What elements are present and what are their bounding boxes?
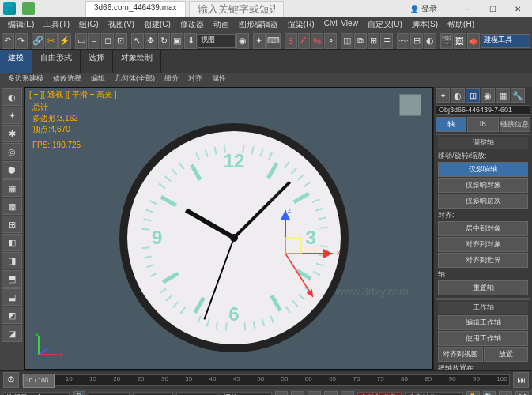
use-center-button[interactable]: ◉ — [236, 33, 249, 49]
manipulate-button[interactable]: ✦ — [253, 33, 266, 49]
menu-group[interactable]: 组(G) — [74, 17, 103, 32]
lt-04[interactable]: ◎ — [2, 143, 22, 160]
btn-use-work[interactable]: 使用工作轴 — [438, 331, 528, 346]
maximize-button[interactable]: ☐ — [481, 2, 504, 16]
y-field[interactable]: Y: — [133, 392, 173, 396]
btn-edit-work[interactable]: 编辑工作轴 — [438, 315, 528, 330]
menu-animation[interactable]: 动画 — [209, 17, 234, 32]
menu-edit[interactable]: 编辑(E) — [3, 17, 39, 32]
lt-03[interactable]: ✱ — [2, 125, 22, 142]
menu-create[interactable]: 创建(C) — [139, 17, 175, 32]
percent-snap-button[interactable]: % — [311, 33, 323, 49]
render-preset-combo[interactable]: 建模工具 — [481, 34, 530, 48]
ribbon-tab-paint[interactable]: 对象绘制 — [113, 50, 161, 73]
rotate-button[interactable]: ↻ — [158, 33, 171, 49]
ref-coord-combo[interactable]: 视图 — [198, 34, 236, 48]
keyboard-button[interactable]: ⌨ — [266, 33, 281, 49]
ribbon-sub-geom[interactable]: 几何体(全部) — [110, 73, 160, 87]
select-object-button[interactable]: ↖ — [131, 33, 144, 49]
motion-tab-icon[interactable]: ◉ — [481, 88, 495, 103]
bind-button[interactable]: ⚡ — [58, 33, 71, 49]
clock-model[interactable]: 12 3 6 9 — [119, 123, 349, 352]
create-tab-icon[interactable]: ✦ — [436, 88, 450, 103]
btn-center[interactable]: 居中到对象 — [438, 221, 528, 236]
hierarchy-tab-icon[interactable]: ⊞ — [466, 88, 480, 103]
menu-rendering[interactable]: 渲染(R) — [283, 17, 319, 32]
btn-affect-pivot[interactable]: 仅影响轴 — [438, 162, 528, 177]
lt-10[interactable]: ◨ — [2, 252, 22, 269]
modify-tab-icon[interactable]: ◐ — [451, 88, 465, 103]
render-frame-button[interactable]: 🖼 — [454, 33, 466, 49]
lt-09[interactable]: ◧ — [2, 234, 22, 251]
ribbon-sub-modsel[interactable]: 修改选择 — [48, 73, 86, 87]
search-input[interactable] — [189, 1, 284, 17]
layers-button[interactable]: ≣ — [380, 33, 393, 49]
menu-tools[interactable]: 工具(T) — [39, 17, 74, 32]
timeline-config-button[interactable]: ⚙ — [3, 372, 19, 388]
redo-button[interactable]: ↷ — [15, 33, 28, 49]
btn-affect-hier[interactable]: 仅影响层次 — [438, 194, 528, 209]
viewport-label[interactable]: [ + ][ 透视 ][ 平滑 + 高光 ] — [29, 89, 117, 100]
nav-orbit-button[interactable]: ⟲ — [499, 391, 512, 396]
ribbon-sub-align[interactable]: 对齐 — [183, 73, 207, 87]
timeline-end-button[interactable]: ⏭ — [513, 372, 529, 388]
link-button[interactable]: 🔗 — [32, 33, 44, 49]
tab-axis[interactable]: 轴 — [436, 117, 466, 132]
btn-align-view[interactable]: 对齐到视图 — [438, 347, 483, 362]
key-filter-combo[interactable]: 选定对象 — [405, 392, 463, 396]
lt-02[interactable]: ✦ — [2, 107, 22, 124]
lt-14[interactable]: ◪ — [2, 325, 22, 342]
btn-affect-obj[interactable]: 仅影响对象 — [438, 178, 528, 193]
schematic-button[interactable]: ⊟ — [410, 33, 423, 49]
viewport[interactable]: [ + ][ 透视 ][ 平滑 + 高光 ] 总计 多边形:3,162 顶点:4… — [24, 87, 433, 370]
viewcube[interactable] — [399, 94, 421, 116]
snap-button[interactable]: 3 — [285, 33, 297, 49]
ribbon-sub-edit[interactable]: 编辑 — [86, 73, 110, 87]
lt-11[interactable]: ⬒ — [2, 270, 22, 288]
display-tab-icon[interactable]: ▦ — [496, 88, 510, 103]
window-crossing-button[interactable]: ⊡ — [115, 33, 127, 49]
unlink-button[interactable]: ✂ — [45, 33, 58, 49]
z-field[interactable]: Z: — [176, 392, 217, 396]
lt-01[interactable]: ◐ — [2, 88, 22, 106]
menu-civil[interactable]: Civil View — [319, 17, 363, 32]
btn-reset[interactable]: 重置轴 — [438, 280, 528, 295]
material-button[interactable]: ◐ — [424, 33, 436, 49]
lt-13[interactable]: ◩ — [2, 307, 22, 324]
login-button[interactable]: 👤 登录 — [409, 3, 437, 14]
menu-script[interactable]: 脚本(S) — [407, 17, 443, 32]
ribbon-sub-poly[interactable]: 多边形建模 — [3, 73, 48, 87]
menu-graph[interactable]: 图形编辑器 — [234, 17, 283, 32]
ribbon-tab-freeform[interactable]: 自由形式 — [32, 50, 81, 73]
select-rect-button[interactable]: ◻ — [101, 33, 114, 49]
select-name-button[interactable]: ≡ — [88, 33, 100, 49]
close-button[interactable]: ✕ — [507, 2, 529, 16]
lt-08[interactable]: ⊞ — [2, 216, 22, 233]
menu-modifiers[interactable]: 修改器 — [175, 17, 209, 32]
lt-12[interactable]: ⬓ — [2, 288, 22, 306]
lt-06[interactable]: ▦ — [2, 179, 22, 197]
autokey-button[interactable]: 自动关键点 — [357, 392, 402, 396]
lock-button[interactable]: 🔒 — [73, 391, 86, 396]
play-start-button[interactable]: ⏮ — [275, 391, 289, 396]
x-field[interactable]: X: — [89, 392, 129, 396]
utilities-tab-icon[interactable]: 🔧 — [511, 88, 525, 103]
render-setup-button[interactable]: 🎬 — [440, 33, 453, 49]
move-button[interactable]: ✥ — [145, 33, 157, 49]
menu-views[interactable]: 视图(V) — [104, 17, 139, 32]
lt-07[interactable]: ▩ — [2, 198, 22, 215]
lt-05[interactable]: ⬢ — [2, 161, 22, 179]
spinner-snap-button[interactable]: ⚬ — [324, 33, 337, 49]
menu-customize[interactable]: 自定义(U) — [363, 17, 407, 32]
nav-max-button[interactable]: ⛶ — [515, 391, 529, 396]
place-button[interactable]: ⬇ — [184, 33, 197, 49]
select-button[interactable]: ▭ — [75, 33, 88, 49]
time-slider[interactable]: 0 / 100 05101520253035404550556065707580… — [22, 374, 510, 386]
curve-editor-button[interactable]: 〰 — [397, 33, 409, 49]
play-button[interactable]: ▶ — [308, 391, 321, 396]
btn-align-world[interactable]: 对齐到世界 — [438, 253, 528, 268]
align-button[interactable]: ⊞ — [368, 33, 380, 49]
tab-ik[interactable]: IK — [467, 117, 498, 132]
undo-button[interactable]: ↶ — [2, 33, 14, 49]
btn-align-obj[interactable]: 对齐到对象 — [438, 237, 528, 252]
